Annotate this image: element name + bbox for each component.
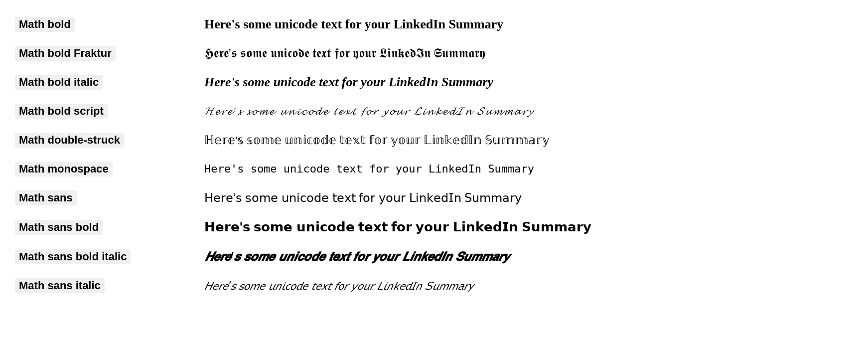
row-math-sans-bold: Math sans bold𝗛𝗲𝗿𝗲'𝘀 𝘀𝗼𝗺𝗲 𝘂𝗻𝗶𝗰𝗼𝗱𝗲 𝘁𝗲𝘅𝘁 𝗳… bbox=[15, 212, 853, 242]
sample-math-bold: Here's some unicode text for your Linked… bbox=[204, 17, 853, 32]
label-cell-math-double-struck: Math double-struck bbox=[15, 133, 204, 148]
sample-math-bold-script: 𝓗𝓮𝓻𝓮'𝓼 𝓼𝓸𝓶𝓮 𝓾𝓷𝓲𝓬𝓸𝓭𝓮 𝓽𝓮𝔁𝓽 𝓯𝓸𝓻 𝔂𝓸𝓾𝓻 𝓛𝓲𝓷𝓴𝓮𝓭… bbox=[204, 105, 853, 118]
sample-math-bold-italic: Here's some unicode text for your Linked… bbox=[204, 75, 853, 90]
label-cell-math-bold-italic: Math bold italic bbox=[15, 75, 204, 90]
label-math-monospace: Math monospace bbox=[15, 162, 113, 177]
label-cell-math-bold-script: Math bold script bbox=[15, 104, 204, 119]
label-cell-math-sans-bold: Math sans bold bbox=[15, 220, 204, 235]
label-cell-math-monospace: Math monospace bbox=[15, 162, 204, 177]
label-math-sans: Math sans bbox=[15, 190, 77, 205]
row-math-double-struck: Math double-struckℍ𝕖𝕣𝕖'𝕤 𝕤𝕠𝕞𝕖 𝕦𝕟𝕚𝕔𝕠𝕕𝕖 𝕥𝕖… bbox=[15, 126, 853, 155]
row-math-bold-script: Math bold script𝓗𝓮𝓻𝓮'𝓼 𝓼𝓸𝓶𝓮 𝓾𝓷𝓲𝓬𝓸𝓭𝓮 𝓽𝓮𝔁𝓽… bbox=[15, 97, 853, 126]
row-math-sans: Math sans𝖧𝖾𝗋𝖾'𝗌 𝗌𝗈𝗆𝖾 𝗎𝗇𝗂𝖼𝗈𝖽𝖾 𝗍𝖾𝗑𝗍 𝖿𝗈𝗋 𝗒𝗈… bbox=[15, 183, 853, 212]
sample-math-sans-italic: 𝘏𝘦𝘳𝘦'𝘴 𝘴𝘰𝘮𝘦 𝘶𝘯𝘪𝘤𝘰𝘥𝘦 𝘵𝘦𝘹𝘵 𝘧𝘰𝘳 𝘺𝘰𝘶𝘳 𝘓𝘪𝘯𝘬𝘦𝘥… bbox=[204, 279, 853, 293]
sample-math-sans-bold: 𝗛𝗲𝗿𝗲'𝘀 𝘀𝗼𝗺𝗲 𝘂𝗻𝗶𝗰𝗼𝗱𝗲 𝘁𝗲𝘅𝘁 𝗳𝗼𝗿 𝘆𝗼𝘂𝗿 𝗟𝗶𝗻𝗸𝗲𝗱… bbox=[204, 219, 853, 235]
label-math-bold-italic: Math bold italic bbox=[15, 75, 103, 90]
row-math-sans-bold-italic: Math sans bold italic𝙃𝙚𝙧𝙚'𝙨 𝙨𝙤𝙢𝙚 𝙪𝙣𝙞𝙘𝙤𝙙𝙚… bbox=[15, 242, 853, 271]
row-math-monospace: Math monospace𝙷𝚎𝚛𝚎'𝚜 𝚜𝚘𝚖𝚎 𝚞𝚗𝚒𝚌𝚘𝚍𝚎 𝚝𝚎𝚡𝚝 𝚏… bbox=[15, 155, 853, 183]
label-cell-math-bold: Math bold bbox=[15, 17, 204, 32]
label-math-bold-script: Math bold script bbox=[15, 104, 108, 119]
row-math-bold-italic: Math bold italicHere's some unicode text… bbox=[15, 68, 853, 97]
label-math-sans-italic: Math sans italic bbox=[15, 278, 105, 293]
font-list: Math boldHere's some unicode text for yo… bbox=[15, 10, 853, 300]
label-math-double-struck: Math double-struck bbox=[15, 133, 124, 148]
label-cell-math-bold-fraktur: Math bold Fraktur bbox=[15, 46, 204, 61]
label-cell-math-sans-italic: Math sans italic bbox=[15, 278, 204, 293]
row-math-sans-italic: Math sans italic𝘏𝘦𝘳𝘦'𝘴 𝘴𝘰𝘮𝘦 𝘶𝘯𝘪𝘤𝘰𝘥𝘦 𝘵𝘦𝘹𝘵… bbox=[15, 271, 853, 300]
sample-math-monospace: 𝙷𝚎𝚛𝚎'𝚜 𝚜𝚘𝚖𝚎 𝚞𝚗𝚒𝚌𝚘𝚍𝚎 𝚝𝚎𝚡𝚝 𝚏𝚘𝚛 𝚢𝚘𝚞𝚛 𝙻𝚒𝚗𝚔𝚎𝚍… bbox=[204, 163, 853, 176]
sample-math-sans: 𝖧𝖾𝗋𝖾'𝗌 𝗌𝗈𝗆𝖾 𝗎𝗇𝗂𝖼𝗈𝖽𝖾 𝗍𝖾𝗑𝗍 𝖿𝗈𝗋 𝗒𝗈𝗎𝗋 𝖫𝗂𝗇𝗄𝖾𝖽… bbox=[204, 191, 853, 205]
row-math-bold-fraktur: Math bold Fraktur𝕳𝖊𝖗𝖊'𝖘 𝖘𝖔𝖒𝖊 𝖚𝖓𝖎𝖈𝖔𝖉𝖊 𝖙𝖊𝖝… bbox=[15, 39, 853, 68]
label-math-bold: Math bold bbox=[15, 17, 75, 32]
label-cell-math-sans-bold-italic: Math sans bold italic bbox=[15, 249, 204, 264]
sample-math-bold-fraktur: 𝕳𝖊𝖗𝖊'𝖘 𝖘𝖔𝖒𝖊 𝖚𝖓𝖎𝖈𝖔𝖉𝖊 𝖙𝖊𝖝𝖙 𝖋𝖔𝖗 𝖞𝖔𝖚𝖗 𝕷𝖎𝖓𝖐𝖊𝖉… bbox=[204, 46, 853, 61]
label-math-sans-bold: Math sans bold bbox=[15, 220, 103, 235]
row-math-bold: Math boldHere's some unicode text for yo… bbox=[15, 10, 853, 39]
sample-math-double-struck: ℍ𝕖𝕣𝕖'𝕤 𝕤𝕠𝕞𝕖 𝕦𝕟𝕚𝕔𝕠𝕕𝕖 𝕥𝕖𝕩𝕥 𝕗𝕠𝕣 𝕪𝕠𝕦𝕣 𝕃𝕚𝕟𝕜𝕖𝕕… bbox=[204, 133, 853, 147]
label-cell-math-sans: Math sans bbox=[15, 190, 204, 205]
label-math-bold-fraktur: Math bold Fraktur bbox=[15, 46, 116, 61]
label-math-sans-bold-italic: Math sans bold italic bbox=[15, 249, 131, 264]
sample-math-sans-bold-italic: 𝙃𝙚𝙧𝙚'𝙨 𝙨𝙤𝙢𝙚 𝙪𝙣𝙞𝙘𝙤𝙙𝙚 𝙩𝙚𝙭𝙩 𝙛𝙤𝙧 𝙮𝙤𝙪𝙧 𝙇𝙞𝙣𝙠𝙚𝙙… bbox=[204, 249, 853, 264]
